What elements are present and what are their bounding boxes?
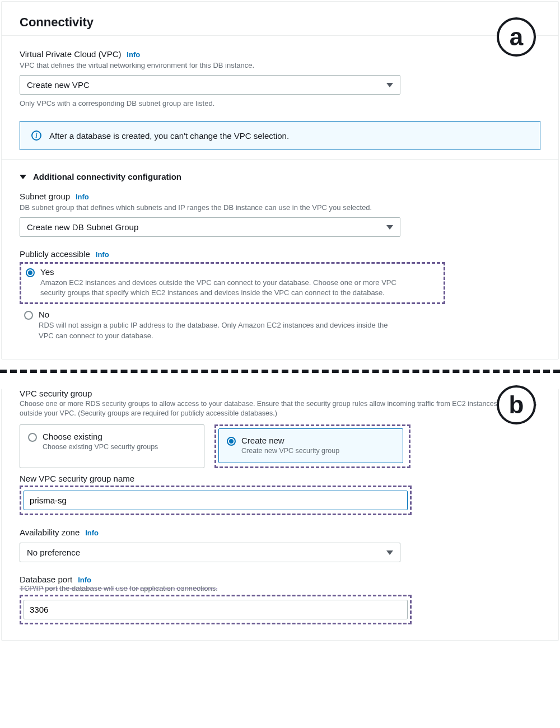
- sg-createnew-desc: Create new VPC security group: [241, 446, 339, 456]
- port-info-link[interactable]: Info: [78, 576, 91, 584]
- chevron-down-icon: [386, 550, 393, 555]
- radio-icon: [28, 433, 37, 442]
- subnet-label: Subnet group: [20, 192, 70, 201]
- chevron-down-icon: [386, 83, 393, 87]
- public-no-desc: RDS will not assign a public IP address …: [39, 320, 397, 340]
- public-yes-label: Yes: [40, 267, 399, 277]
- section-header: Connectivity: [2, 2, 558, 35]
- sg-createnew-title: Create new: [241, 436, 339, 445]
- annotation-badge-a: a: [497, 17, 536, 57]
- sg-label: VPC security group: [20, 389, 540, 398]
- az-label: Availability zone: [20, 528, 80, 537]
- vpc-post-help: Only VPCs with a corresponding DB subnet…: [20, 99, 540, 108]
- az-select-value: No preference: [20, 543, 400, 562]
- additional-config-toggle[interactable]: Additional connectivity configuration: [2, 160, 558, 181]
- az-block: Availability zone Info No preference: [20, 528, 540, 562]
- vpc-info-banner: i After a database is created, you can't…: [20, 121, 540, 150]
- highlight-sg-name: [20, 486, 412, 515]
- section-divider: [0, 370, 560, 373]
- public-access-info-link[interactable]: Info: [96, 250, 109, 259]
- subnet-help: DB subnet group that defines which subne…: [20, 203, 540, 212]
- subnet-select[interactable]: Create new DB Subnet Group: [20, 217, 400, 237]
- public-yes-desc: Amazon EC2 instances and devices outside…: [40, 278, 399, 298]
- security-group-panel: b VPC security group Choose one or more …: [1, 389, 559, 641]
- annotation-badge-b: b: [497, 385, 536, 424]
- vpc-info-banner-text: After a database is created, you can't c…: [49, 131, 289, 141]
- port-help: TCP/IP port the database will use for ap…: [20, 584, 540, 592]
- vpc-help: VPC that defines the virtual networking …: [20, 61, 540, 69]
- public-no-radio[interactable]: No RDS will not assign a public IP addre…: [20, 310, 540, 340]
- info-icon: i: [31, 130, 41, 141]
- port-label: Database port: [20, 575, 72, 584]
- additional-config-title: Additional connectivity configuration: [33, 172, 181, 181]
- highlight-sg-create-new: Create new Create new VPC security group: [214, 424, 410, 469]
- sg-existing-title: Choose existing: [43, 432, 158, 441]
- subnet-block: Subnet group Info DB subnet group that d…: [2, 181, 558, 239]
- sg-newname-input[interactable]: [24, 491, 408, 510]
- radio-icon: [24, 311, 33, 320]
- port-input[interactable]: [24, 600, 408, 619]
- sg-existing-desc: Choose existing VPC security groups: [43, 442, 158, 452]
- radio-icon: [227, 437, 236, 446]
- sg-newname-label: New VPC security group name: [20, 474, 540, 483]
- public-access-block: Publicly accessible Info Yes Amazon EC2 …: [2, 239, 558, 343]
- sg-help: Choose one or more RDS security groups t…: [20, 399, 540, 419]
- radio-icon: [26, 268, 35, 277]
- highlight-port: [20, 595, 412, 624]
- vpc-select[interactable]: Create new VPC: [20, 75, 400, 95]
- sg-create-new-card[interactable]: Create new Create new VPC security group: [218, 428, 403, 464]
- port-block: Database port Info TCP/IP port the datab…: [20, 575, 540, 624]
- vpc-info-link[interactable]: Info: [127, 50, 140, 59]
- chevron-down-icon: [386, 225, 393, 230]
- highlight-public-yes: Yes Amazon EC2 instances and devices out…: [20, 262, 445, 304]
- section-title: Connectivity: [20, 15, 540, 30]
- az-info-link[interactable]: Info: [85, 529, 99, 537]
- az-select[interactable]: No preference: [20, 543, 400, 562]
- vpc-select-value: Create new VPC: [20, 76, 400, 94]
- public-access-label: Publicly accessible: [20, 249, 90, 259]
- chevron-down-icon: [20, 175, 26, 179]
- connectivity-panel: a Connectivity Virtual Private Cloud (VP…: [1, 1, 559, 360]
- sg-choose-existing-card[interactable]: Choose existing Choose existing VPC secu…: [20, 424, 204, 469]
- public-no-label: No: [39, 310, 397, 319]
- public-yes-radio[interactable]: Yes Amazon EC2 instances and devices out…: [26, 267, 439, 298]
- vpc-label-row: Virtual Private Cloud (VPC) Info: [20, 49, 540, 59]
- subnet-info-link[interactable]: Info: [76, 193, 89, 201]
- vpc-label: Virtual Private Cloud (VPC): [20, 49, 121, 59]
- subnet-select-value: Create new DB Subnet Group: [20, 218, 400, 236]
- sg-option-row: Choose existing Choose existing VPC secu…: [20, 424, 540, 469]
- vpc-block: Virtual Private Cloud (VPC) Info VPC tha…: [2, 35, 558, 160]
